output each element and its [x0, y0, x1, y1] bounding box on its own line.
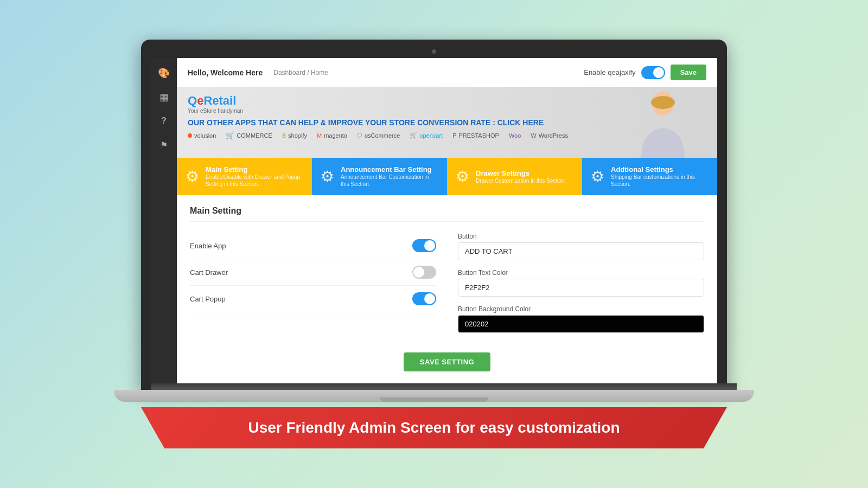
platform-opencart: 🛒 opencart	[410, 132, 443, 139]
platform-wordpress: W WordPress	[531, 132, 568, 139]
laptop-camera	[432, 49, 436, 54]
setting-cart-popup: Cart Popup	[190, 286, 436, 312]
text-color-input[interactable]	[458, 279, 704, 297]
card-drawer-icon: ⚙	[456, 168, 469, 185]
breadcrumb: Dashboard / Home	[273, 69, 328, 76]
button-text-input[interactable]	[458, 242, 704, 260]
text-color-field-group: Button Text Color	[458, 269, 704, 297]
promo-link[interactable]: OUR OTHER APPS THAT CAN HELP & IMPROVE Y…	[188, 118, 706, 127]
platform-oscommerce: ⬡ osCommerce	[357, 132, 400, 139]
button-field-group: Button	[458, 233, 704, 260]
bg-color-label: Button Background Color	[458, 305, 704, 313]
card-drawer[interactable]: ⚙ Drawer Settings Drawer Customization i…	[447, 158, 582, 195]
card-drawer-desc: Drawer Customization in this Section.	[476, 177, 566, 184]
button-label: Button	[458, 233, 704, 240]
sidebar-icon-grid[interactable]: ▦	[154, 87, 174, 107]
platform-prestashop: P PRESTASHOP	[452, 132, 499, 139]
laptop-container: 🎨 ▦ ? ⚑ Hello, Welcome Here Dashbo	[136, 40, 732, 448]
sidebar-icon-help[interactable]: ?	[154, 111, 174, 131]
settings-cards: ⚙ Main Setting Enable/Disable with Drawe…	[177, 158, 717, 195]
bottom-banner: User Friendly Admin Screen for easy cust…	[141, 407, 727, 448]
laptop-screen: 🎨 ▦ ? ⚑ Hello, Welcome Here Dashbo	[151, 58, 717, 383]
platform-volusion: volusion	[188, 132, 216, 139]
laptop-screen-shell: 🎨 ▦ ? ⚑ Hello, Welcome Here Dashbo	[141, 40, 727, 390]
cart-drawer-toggle[interactable]	[412, 266, 436, 279]
platform-magento: M magento	[317, 132, 347, 139]
card-additional[interactable]: ⚙ Addtional Settings Shipping Bar custom…	[582, 158, 717, 195]
enable-label: Enable qeajaxify	[584, 68, 635, 76]
card-announcement-title: Announcement Bar Setting	[341, 165, 438, 174]
platform-woocommerce: Woo	[509, 132, 521, 139]
header-save-button[interactable]: Save	[671, 65, 706, 80]
save-setting-button[interactable]: SAVE SETTING	[404, 352, 490, 371]
enable-app-label: Enable App	[190, 242, 226, 250]
settings-left: Enable App Cart Drawer Cart Popup	[190, 233, 436, 342]
card-announcement-desc: Announcement Bar Customization in this S…	[341, 174, 438, 188]
cart-popup-toggle[interactable]	[412, 292, 436, 305]
qeajaxify-toggle[interactable]	[641, 66, 665, 79]
card-drawer-text: Drawer Settings Drawer Customization in …	[476, 169, 566, 184]
card-additional-text: Addtional Settings Shipping Bar customiz…	[611, 165, 709, 188]
card-drawer-title: Drawer Settings	[476, 169, 566, 177]
card-main-text: Main Setting Enable/Disable with Drawer …	[206, 165, 303, 188]
section-title: Main Setting	[190, 206, 704, 222]
bg-color-field-group: Button Background Color	[458, 305, 704, 333]
settings-grid: Enable App Cart Drawer Cart Popup	[190, 233, 704, 342]
laptop-base	[114, 390, 754, 402]
card-main-desc: Enable/Disable with Drawer and Popup Set…	[206, 174, 303, 188]
logo-subtitle: Your eStore handyman	[188, 108, 243, 114]
cart-popup-label: Cart Popup	[190, 295, 226, 303]
card-main-title: Main Setting	[206, 165, 303, 174]
laptop-hinge	[151, 383, 737, 390]
header-left: Hello, Welcome Here Dashboard / Home	[188, 68, 328, 77]
card-announcement-text: Announcement Bar Setting Announcement Ba…	[341, 165, 438, 188]
header-right: Enable qeajaxify Save	[584, 65, 706, 80]
bg-color-input[interactable]	[458, 315, 704, 333]
bottom-banner-text: User Friendly Admin Screen for easy cust…	[248, 419, 620, 436]
sidebar: 🎨 ▦ ? ⚑	[151, 58, 177, 383]
card-main-setting[interactable]: ⚙ Main Setting Enable/Disable with Drawe…	[177, 158, 312, 195]
setting-enable-app: Enable App	[190, 233, 436, 259]
platform-logos: volusion 🛒 COMMERCE S shopify	[188, 131, 706, 139]
sidebar-icon-flag[interactable]: ⚑	[154, 135, 174, 155]
setting-cart-drawer: Cart Drawer	[190, 259, 436, 286]
platform-shopify: S shopify	[282, 132, 307, 139]
card-announcement-icon: ⚙	[321, 168, 334, 185]
settings-right: Button Button Text Color Button Backgrou…	[458, 233, 704, 342]
banner-top: QeRetail Your eStore handyman	[188, 94, 706, 114]
card-main-icon: ⚙	[186, 168, 199, 185]
platform-commerce: 🛒 COMMERCE	[226, 131, 272, 139]
logo-area: QeRetail Your eStore handyman	[188, 94, 243, 114]
main-content: Hello, Welcome Here Dashboard / Home Ena…	[177, 58, 717, 383]
logo-text: QeRetail	[188, 94, 243, 108]
card-additional-desc: Shipping Bar customizations in this Sect…	[611, 174, 709, 188]
enable-app-toggle[interactable]	[412, 239, 436, 252]
card-additional-icon: ⚙	[591, 168, 604, 185]
text-color-label: Button Text Color	[458, 269, 704, 277]
banner: QeRetail Your eStore handyman OUR OTHER …	[177, 87, 717, 158]
card-announcement[interactable]: ⚙ Announcement Bar Setting Announcement …	[312, 158, 447, 195]
sidebar-icon-palette[interactable]: 🎨	[154, 63, 174, 83]
greeting: Hello, Welcome Here	[188, 68, 263, 77]
header: Hello, Welcome Here Dashboard / Home Ena…	[177, 58, 717, 87]
card-additional-title: Addtional Settings	[611, 165, 709, 174]
cart-drawer-label: Cart Drawer	[190, 268, 228, 277]
section-content: Main Setting Enable App Cart Drawer	[177, 195, 717, 383]
